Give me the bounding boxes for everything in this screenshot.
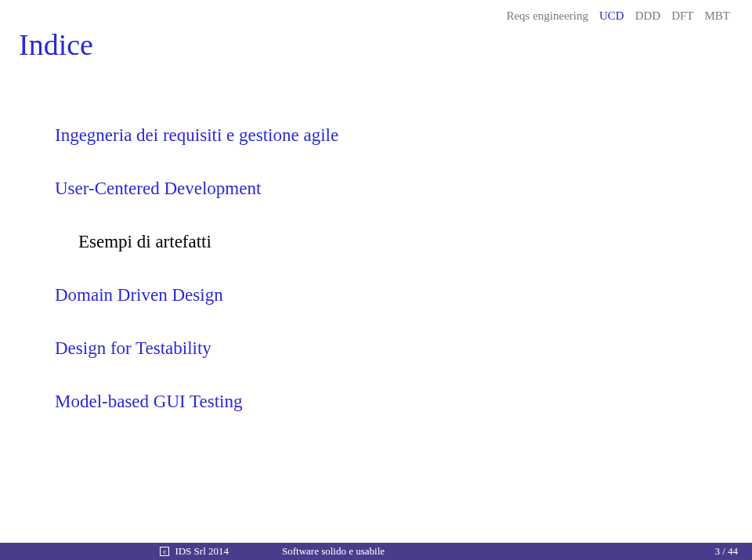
toc-subitem[interactable]: Esempi di artefatti <box>78 232 338 252</box>
footer-page-number: 3 / 44 <box>682 545 752 558</box>
toc-item[interactable]: Domain Driven Design <box>55 285 338 305</box>
toc-content: Ingegneria dei requisiti e gestione agil… <box>55 125 338 445</box>
footer-copyright: c IDS Srl 2014 <box>0 545 258 558</box>
copyright-icon: c <box>160 547 169 556</box>
nav-item-mbt[interactable]: MBT <box>704 9 730 23</box>
toc-item[interactable]: Ingegneria dei requisiti e gestione agil… <box>55 125 338 146</box>
nav-item-reqs[interactable]: Reqs engineering <box>506 9 588 23</box>
footer-title: Software solido e usabile <box>258 545 682 558</box>
toc-item[interactable]: Model-based GUI Testing <box>55 392 338 412</box>
nav-item-dft[interactable]: DFT <box>671 9 693 23</box>
nav-item-ddd[interactable]: DDD <box>635 9 661 23</box>
footer-bar: c IDS Srl 2014 Software solido e usabile… <box>0 543 752 560</box>
page-title: Indice <box>19 27 93 62</box>
footer-company: IDS Srl 2014 <box>175 545 229 557</box>
breadcrumb-nav: Reqs engineering UCD DDD DFT MBT <box>506 9 730 23</box>
nav-item-ucd[interactable]: UCD <box>599 9 624 23</box>
toc-item[interactable]: User-Centered Development <box>55 179 338 199</box>
toc-item[interactable]: Design for Testability <box>55 338 338 359</box>
